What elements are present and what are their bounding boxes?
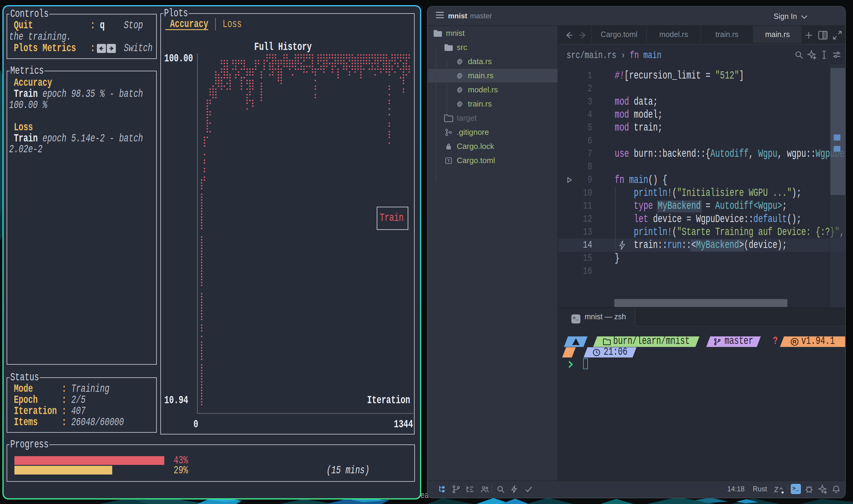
svg-text:R: R <box>458 59 461 64</box>
svg-text:R: R <box>458 88 461 92</box>
svg-text:R: R <box>458 102 461 106</box>
svg-text:R: R <box>458 73 461 78</box>
